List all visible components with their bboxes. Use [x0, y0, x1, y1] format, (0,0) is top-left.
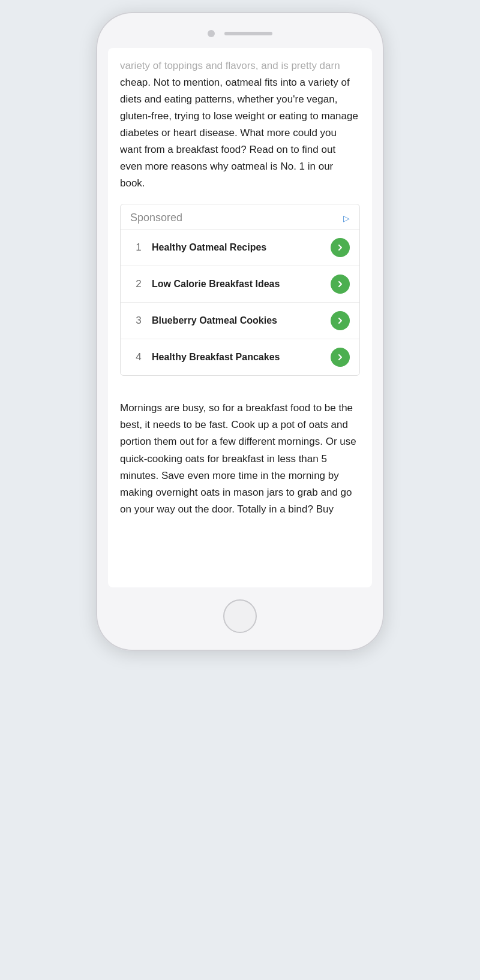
sponsored-box: Sponsored ▷ 1 Healthy Oatmeal Recipes 2 …: [120, 204, 360, 376]
ad-arrow-btn-3[interactable]: [331, 311, 350, 330]
list-item[interactable]: 1 Healthy Oatmeal Recipes: [121, 229, 359, 266]
home-button[interactable]: [223, 599, 257, 633]
sponsored-label: Sponsored: [130, 212, 182, 224]
bottom-text: Mornings are busy, so for a breakfast fo…: [120, 402, 356, 514]
chevron-right-icon: [335, 243, 345, 252]
list-item[interactable]: 4 Healthy Breakfast Pancakes: [121, 339, 359, 375]
chevron-right-icon: [335, 279, 345, 289]
ad-arrow-btn-4[interactable]: [331, 348, 350, 367]
ad-icon: ▷: [343, 213, 350, 223]
article-text-bottom: Mornings are busy, so for a breakfast fo…: [108, 388, 372, 517]
ad-link-text-1: Healthy Oatmeal Recipes: [147, 242, 331, 253]
phone-frame: variety of toppings and flavors, and is …: [96, 12, 384, 651]
chevron-right-icon: [335, 316, 345, 325]
ad-list: 1 Healthy Oatmeal Recipes 2 Low Calorie …: [121, 229, 359, 375]
phone-screen: variety of toppings and flavors, and is …: [108, 48, 372, 587]
chevron-right-icon: [335, 352, 345, 362]
list-item[interactable]: 2 Low Calorie Breakfast Ideas: [121, 266, 359, 302]
ad-arrow-btn-2[interactable]: [331, 275, 350, 294]
ad-link-text-2: Low Calorie Breakfast Ideas: [147, 279, 331, 290]
ad-number-3: 3: [130, 315, 147, 327]
phone-bottom-bar: [108, 599, 372, 633]
ad-arrow-btn-1[interactable]: [331, 238, 350, 257]
phone-speaker: [224, 32, 272, 35]
faded-top-text: variety of toppings and flavors, and is …: [120, 60, 340, 71]
main-top-text: cheap. Not to mention, oatmeal fits into…: [120, 77, 358, 189]
sponsored-header: Sponsored ▷: [121, 204, 359, 229]
ad-number-2: 2: [130, 278, 147, 290]
ad-number-1: 1: [130, 242, 147, 254]
phone-camera: [208, 30, 215, 37]
ad-link-text-4: Healthy Breakfast Pancakes: [147, 352, 331, 363]
article-text-top: variety of toppings and flavors, and is …: [108, 48, 372, 192]
ad-link-text-3: Blueberry Oatmeal Cookies: [147, 315, 331, 326]
ad-number-4: 4: [130, 351, 147, 363]
list-item[interactable]: 3 Blueberry Oatmeal Cookies: [121, 302, 359, 339]
phone-top-bar: [108, 30, 372, 37]
